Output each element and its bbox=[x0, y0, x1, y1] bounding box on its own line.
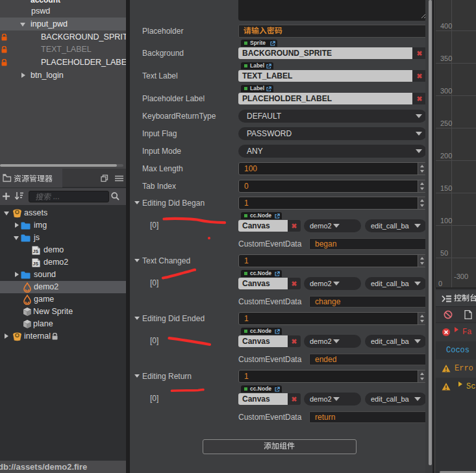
svg-text:JS: JS bbox=[33, 261, 39, 266]
svg-text:300: 300 bbox=[440, 87, 452, 95]
svg-text:100: 100 bbox=[440, 217, 452, 224]
svg-text:200: 200 bbox=[440, 152, 452, 160]
svg-text:400: 400 bbox=[440, 22, 452, 30]
svg-text:250: 250 bbox=[440, 119, 452, 127]
svg-text:350: 350 bbox=[440, 55, 452, 62]
svg-text:-300: -300 bbox=[454, 273, 468, 280]
svg-text:50: 50 bbox=[440, 249, 448, 257]
svg-text:JS: JS bbox=[33, 249, 39, 254]
svg-text:0: 0 bbox=[438, 280, 442, 287]
svg-text:150: 150 bbox=[440, 184, 452, 192]
